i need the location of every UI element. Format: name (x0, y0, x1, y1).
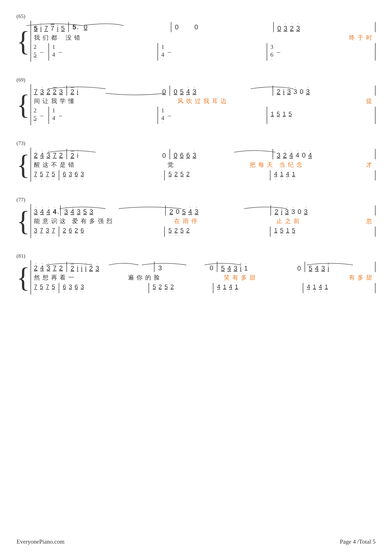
n69-2bar3: 2 (53, 87, 57, 95)
n69-i1: · i (77, 86, 78, 95)
l69-ti: 提 (366, 97, 372, 105)
n69-4a: · 4 (186, 86, 190, 95)
n69-0b: 0 (174, 88, 177, 95)
bass-73-2b: 2 · (186, 171, 190, 180)
lyric-yu: 于 (357, 34, 363, 42)
n81-2a: · 2 (34, 262, 38, 272)
dash-69-3: – (168, 111, 171, 119)
n69-3c: 3 (59, 88, 63, 95)
bass-bar-73c (270, 170, 271, 180)
n81-i4: · i (240, 262, 242, 272)
bass-81-1b: 1 · (235, 284, 238, 293)
grand-staff-73: { · 2 · 4 · 3 (16, 148, 376, 182)
n77-i1: · i (281, 206, 282, 215)
n77-3f: · 3 (285, 206, 289, 215)
bass-77-2c: 2 · (174, 227, 178, 236)
n73-2a: · 2 (34, 149, 38, 159)
dash-69-1: – (40, 111, 43, 119)
n73-4d: · 4 (308, 149, 312, 159)
n69-3e: · 3 (287, 86, 291, 95)
bar-81d (305, 262, 305, 272)
l77-zhi2: 之 (285, 217, 291, 225)
l81-yi: 一 (68, 274, 74, 282)
bar-69c (273, 86, 273, 96)
n81-7a: 7 (53, 264, 57, 272)
staff-body-73: · 2 · 4 · 3 7 · (30, 148, 376, 182)
lyric-row-77: 能 意 识 这 爱 有 多 强 烈 在 雨 停 (31, 217, 376, 225)
l73-tian: 天 (267, 161, 273, 169)
bass-69-5a: 5 · (277, 111, 280, 120)
bass-77-1b: 1 · (286, 227, 289, 236)
l73-mei: 每 (258, 161, 264, 169)
bass-73-4a: 4 · (274, 171, 277, 180)
lyric-cuo: 错 (74, 34, 80, 42)
bass-bar-65b (157, 43, 158, 61)
l73-nian: 念 (296, 161, 302, 169)
bass-81-1a: 1 · (223, 284, 226, 293)
measure-number-69: (69) (16, 77, 376, 83)
l69-er: 耳 (212, 97, 218, 105)
bass-73-6a: 6 · (63, 171, 66, 180)
staff-body-65: 5 · i 7 7 · i (30, 21, 376, 62)
footer-right: Page 4 /Total 5 (340, 538, 376, 545)
dash-3: – (168, 48, 171, 56)
lyric-row-69: 间 让 我 学 懂 风 吹 过 我 耳 边 (31, 97, 376, 105)
grand-staff-77: { · 3 · 4 · 4 (16, 204, 376, 238)
bass-bar-73b (164, 170, 165, 180)
note-5dot: 5· (72, 23, 76, 31)
n81-5b: 5 (309, 265, 312, 272)
l81-you2: 有 (349, 274, 355, 282)
bass-73-6b: 6 · (75, 171, 78, 180)
l77-neng: 能 (34, 217, 40, 225)
bass-73-3a: 3 · (69, 171, 72, 180)
note-0c: 0 (194, 23, 198, 31)
bass-69-25: 2 5 · (34, 107, 37, 124)
n69-3d: · 3 (193, 86, 196, 95)
treble-row-77: · 3 · 4 · 4 · 4· (31, 204, 376, 217)
lyric-men: 们 (43, 34, 49, 42)
n77-2a: · 2 (169, 206, 173, 215)
l73-jue: 觉 (168, 161, 173, 169)
n81-i3: · i (85, 262, 86, 272)
bass-end-81 (375, 283, 376, 293)
n81-0a: 0 (210, 264, 213, 272)
n69-3da: · 3 (40, 86, 44, 95)
l81-ni: 你 (136, 274, 143, 282)
n73-6a: 6 (180, 152, 184, 159)
bass-73-3b: 3 · (81, 171, 84, 180)
l81-xiao: 笑 (224, 274, 230, 282)
brace-65: { (16, 21, 30, 62)
l69-rang: 让 (43, 97, 49, 105)
l81-duo2: 多 (357, 274, 363, 282)
bass-end-69 (375, 107, 376, 124)
note-5: 5 (34, 25, 38, 32)
bass-77-2b: 2 · (75, 227, 78, 236)
l77-lie: 烈 (106, 217, 112, 225)
bass-row-65: 2 5 · – 1 4 · – (31, 42, 376, 62)
n69-3f: · 3 (293, 86, 297, 95)
bass-73-2a: 2 · (174, 171, 178, 180)
brace-69: { (16, 84, 30, 125)
bass-bar-77a (59, 226, 59, 237)
bass-69-14a: 1 4 · (52, 107, 55, 124)
l77-ting: 停 (191, 217, 197, 225)
bass-73-4b: 4 · (286, 171, 289, 180)
bass-73-1b: 1 · (292, 171, 295, 180)
bar-77c (271, 205, 271, 216)
n69-2d: · 2 (277, 86, 280, 95)
n77-3g: · 3 (291, 206, 295, 215)
dash-69-2: – (59, 111, 62, 119)
bass-81-5a: 5 · (40, 284, 43, 293)
l73-zhe: 这 (43, 161, 49, 169)
bass-bar-77b (164, 226, 165, 237)
note-i1: · i (40, 22, 42, 32)
bass-73-5d: 5 · (180, 171, 184, 180)
footer-left: EveryonePiano.com (16, 538, 64, 545)
bass-73-5b: 5 · (52, 171, 55, 180)
bass-81-5c: 5 · (153, 284, 156, 293)
n69-2a: 2 (47, 88, 50, 95)
l81-kan: 看 (60, 274, 66, 282)
section-73: (73) { · 2 · 4 · (16, 140, 376, 182)
l81-zai: 再 (51, 274, 57, 282)
n73-2d: · 2 (283, 149, 287, 159)
